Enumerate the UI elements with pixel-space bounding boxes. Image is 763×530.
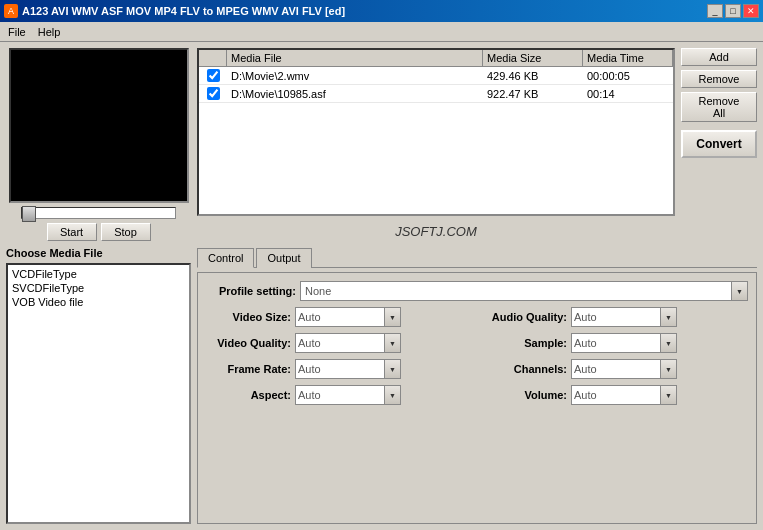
file-list-body: D:\Movie\2.wmv 429.46 KB 00:00:05 D:\Mov… xyxy=(199,67,673,214)
form-grid: Video Size: Auto ▼ Audio Quality: Auto ▼ xyxy=(206,307,748,405)
aspect-arrow[interactable]: ▼ xyxy=(385,385,401,405)
video-size-arrow[interactable]: ▼ xyxy=(385,307,401,327)
aspect-select[interactable]: Auto xyxy=(295,385,385,405)
channels-select-wrapper: Auto ▼ xyxy=(571,359,677,379)
video-size-select[interactable]: Auto xyxy=(295,307,385,327)
top-section: Start Stop Media File Media Size Media T… xyxy=(6,48,757,243)
sample-field: Sample: Auto ▼ xyxy=(482,333,748,353)
remove-button[interactable]: Remove xyxy=(681,70,757,88)
settings-form: Profile setting: None ▼ Video Size: Auto xyxy=(197,272,757,524)
title-bar: A A123 AVI WMV ASF MOV MP4 FLV to MPEG W… xyxy=(0,0,763,22)
sample-select[interactable]: Auto xyxy=(571,333,661,353)
watermark-text: JSOFTJ.COM xyxy=(197,220,675,243)
sample-arrow[interactable]: ▼ xyxy=(661,333,677,353)
volume-label: Volume: xyxy=(482,389,567,401)
video-quality-arrow[interactable]: ▼ xyxy=(385,333,401,353)
sample-select-wrapper: Auto ▼ xyxy=(571,333,677,353)
row1-checkbox[interactable] xyxy=(207,69,220,82)
profile-select-wrapper: None ▼ xyxy=(300,281,748,301)
row2-file: D:\Movie\10985.asf xyxy=(227,87,483,101)
profile-label: Profile setting: xyxy=(206,285,296,297)
volume-field: Volume: Auto ▼ xyxy=(482,385,748,405)
video-size-label: Video Size: xyxy=(206,311,291,323)
frame-rate-field: Frame Rate: Auto ▼ xyxy=(206,359,472,379)
col-header-time: Media Time xyxy=(583,50,673,66)
col-header-check xyxy=(199,50,227,66)
aspect-select-wrapper: Auto ▼ xyxy=(295,385,401,405)
media-file-panel: Choose Media File VCDFileType SVCDFileTy… xyxy=(6,247,191,524)
file-area: Media File Media Size Media Time D:\Movi… xyxy=(197,48,675,243)
volume-select[interactable]: Auto xyxy=(571,385,661,405)
list-item[interactable]: VCDFileType xyxy=(10,267,187,281)
table-row[interactable]: D:\Movie\10985.asf 922.47 KB 00:14 xyxy=(199,85,673,103)
tab-control[interactable]: Control xyxy=(197,248,254,268)
row1-file: D:\Movie\2.wmv xyxy=(227,69,483,83)
media-list[interactable]: VCDFileType SVCDFileType VOB Video file xyxy=(6,263,191,524)
row1-time: 00:00:05 xyxy=(583,69,673,83)
progress-thumb[interactable] xyxy=(22,206,36,222)
row2-checkbox[interactable] xyxy=(207,87,220,100)
tab-bar: Control Output xyxy=(197,247,757,268)
row1-size: 429.46 KB xyxy=(483,69,583,83)
frame-rate-select[interactable]: Auto xyxy=(295,359,385,379)
right-buttons: Add Remove Remove All Convert xyxy=(681,48,757,243)
channels-select[interactable]: Auto xyxy=(571,359,661,379)
audio-quality-arrow[interactable]: ▼ xyxy=(661,307,677,327)
audio-quality-select[interactable]: Auto xyxy=(571,307,661,327)
video-quality-select-wrapper: Auto ▼ xyxy=(295,333,401,353)
convert-button[interactable]: Convert xyxy=(681,130,757,158)
maximize-button[interactable]: □ xyxy=(725,4,741,18)
col-header-file: Media File xyxy=(227,50,483,66)
profile-select[interactable]: None xyxy=(300,281,732,301)
channels-field: Channels: Auto ▼ xyxy=(482,359,748,379)
audio-quality-label: Audio Quality: xyxy=(482,311,567,323)
row2-size: 922.47 KB xyxy=(483,87,583,101)
menu-file[interactable]: File xyxy=(2,24,32,40)
file-list-header: Media File Media Size Media Time xyxy=(199,50,673,67)
frame-rate-select-wrapper: Auto ▼ xyxy=(295,359,401,379)
progress-bar[interactable] xyxy=(21,207,176,219)
video-quality-label: Video Quality: xyxy=(206,337,291,349)
row2-time: 00:14 xyxy=(583,87,673,101)
stop-button[interactable]: Stop xyxy=(101,223,151,241)
video-size-field: Video Size: Auto ▼ xyxy=(206,307,472,327)
main-content: Start Stop Media File Media Size Media T… xyxy=(0,42,763,530)
video-size-select-wrapper: Auto ▼ xyxy=(295,307,401,327)
minimize-button[interactable]: _ xyxy=(707,4,723,18)
remove-all-button[interactable]: Remove All xyxy=(681,92,757,122)
sample-label: Sample: xyxy=(482,337,567,349)
start-button[interactable]: Start xyxy=(47,223,97,241)
aspect-field: Aspect: Auto ▼ xyxy=(206,385,472,405)
close-button[interactable]: ✕ xyxy=(743,4,759,18)
title-text: A123 AVI WMV ASF MOV MP4 FLV to MPEG WMV… xyxy=(22,5,345,17)
profile-select-arrow[interactable]: ▼ xyxy=(732,281,748,301)
file-list-panel: Media File Media Size Media Time D:\Movi… xyxy=(197,48,675,216)
settings-panel: Control Output Profile setting: None ▼ xyxy=(197,247,757,524)
table-row[interactable]: D:\Movie\2.wmv 429.46 KB 00:00:05 xyxy=(199,67,673,85)
list-item[interactable]: VOB Video file xyxy=(10,295,187,309)
col-header-size: Media Size xyxy=(483,50,583,66)
bottom-section: Choose Media File VCDFileType SVCDFileTy… xyxy=(6,247,757,524)
frame-rate-label: Frame Rate: xyxy=(206,363,291,375)
channels-label: Channels: xyxy=(482,363,567,375)
channels-arrow[interactable]: ▼ xyxy=(661,359,677,379)
preview-panel: Start Stop xyxy=(6,48,191,243)
video-quality-select[interactable]: Auto xyxy=(295,333,385,353)
frame-rate-arrow[interactable]: ▼ xyxy=(385,359,401,379)
list-item[interactable]: SVCDFileType xyxy=(10,281,187,295)
volume-arrow[interactable]: ▼ xyxy=(661,385,677,405)
video-quality-field: Video Quality: Auto ▼ xyxy=(206,333,472,353)
profile-row: Profile setting: None ▼ xyxy=(206,281,748,301)
title-controls: _ □ ✕ xyxy=(707,4,759,18)
menu-help[interactable]: Help xyxy=(32,24,67,40)
video-preview xyxy=(9,48,189,203)
audio-quality-field: Audio Quality: Auto ▼ xyxy=(482,307,748,327)
volume-select-wrapper: Auto ▼ xyxy=(571,385,677,405)
tab-output[interactable]: Output xyxy=(256,248,311,268)
media-file-title: Choose Media File xyxy=(6,247,191,259)
app-icon: A xyxy=(4,4,18,18)
add-button[interactable]: Add xyxy=(681,48,757,66)
audio-quality-select-wrapper: Auto ▼ xyxy=(571,307,677,327)
aspect-label: Aspect: xyxy=(206,389,291,401)
menu-bar: File Help xyxy=(0,22,763,42)
